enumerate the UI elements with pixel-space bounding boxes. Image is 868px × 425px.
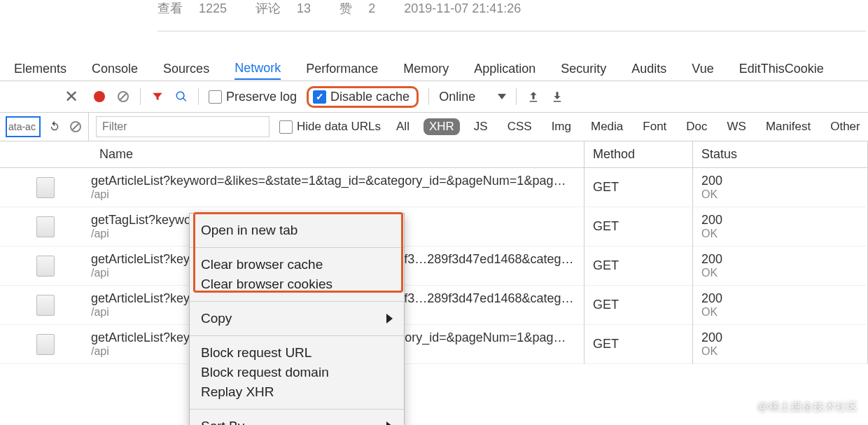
type-pill-ws[interactable]: WS (722, 118, 752, 135)
type-pill-media[interactable]: Media (585, 118, 629, 135)
row-icon-cell[interactable] (0, 168, 91, 207)
ctx-copy[interactable]: Copy (201, 309, 393, 328)
type-pill-manifest[interactable]: Manifest (760, 118, 816, 135)
chevron-down-icon (498, 94, 506, 99)
clear-icon[interactable] (116, 90, 130, 104)
separator (428, 88, 429, 105)
row-name-cell[interactable]: getArticleList?keyword=&likes=&state=1&t… (91, 168, 584, 207)
ctx-sort-by[interactable]: Sort By (201, 417, 393, 425)
requests-table: Name Method Status getArticleList?keywor… (0, 141, 868, 364)
tab-security[interactable]: Security (561, 59, 606, 79)
ctx-clear-cache[interactable]: Clear browser cache (201, 255, 393, 274)
row-method-cell[interactable]: GET (584, 246, 693, 286)
watermark: @稀土掘金技术社区 (757, 400, 858, 414)
tab-editthiscookie[interactable]: EditThisCookie (739, 59, 824, 79)
ctx-open-new-tab[interactable]: Open in new tab (201, 221, 393, 240)
chevron-right-icon (386, 314, 393, 323)
row-icon-cell[interactable] (0, 207, 91, 246)
col-header-status[interactable]: Status (693, 141, 868, 168)
throttling-select[interactable]: Online (439, 90, 506, 104)
request-path: /api (91, 188, 575, 201)
row-method-cell[interactable]: GET (584, 168, 693, 207)
tab-console[interactable]: Console (92, 59, 138, 79)
throttling-label: Online (439, 90, 475, 104)
ctx-clear-cookies[interactable]: Clear browser cookies (201, 274, 393, 294)
status-code: 200 (701, 213, 859, 228)
checkbox-checked-icon: ✓ (313, 90, 326, 104)
type-pill-xhr[interactable]: XHR (424, 118, 460, 135)
preserve-log-checkbox[interactable]: Preserve log (209, 90, 297, 104)
tab-performance[interactable]: Performance (306, 59, 378, 79)
request-name: getArticleList?keyword=&likes=&state=1&t… (91, 174, 575, 188)
divider (158, 31, 866, 32)
col-header-icon[interactable] (0, 141, 91, 168)
ctx-block-url[interactable]: Block request URL (201, 343, 393, 363)
article-meta: 查看 1225 评论 13 赞 2 2019-11-07 21:41:26 (0, 0, 868, 31)
search-icon[interactable] (174, 90, 188, 104)
type-pill-all[interactable]: All (391, 118, 415, 135)
row-method-cell[interactable]: GET (584, 207, 693, 246)
status-text: OK (701, 188, 859, 201)
row-icon-cell[interactable] (0, 246, 91, 286)
row-status-cell[interactable]: 200OK (693, 325, 868, 364)
col-header-name[interactable]: Name (91, 141, 584, 168)
reload-icon[interactable] (48, 120, 62, 134)
tab-network[interactable]: Network (234, 58, 281, 80)
ctx-replay-xhr[interactable]: Replay XHR (201, 382, 393, 402)
search-input[interactable] (6, 116, 41, 137)
document-icon (36, 216, 55, 237)
row-method-cell[interactable]: GET (584, 286, 693, 325)
filter-icon[interactable] (150, 90, 164, 104)
row-status-cell[interactable]: 200OK (693, 286, 868, 325)
row-icon-cell[interactable] (0, 325, 91, 364)
row-method-cell[interactable]: GET (584, 325, 693, 364)
type-pill-js[interactable]: JS (468, 118, 493, 135)
tab-elements[interactable]: Elements (14, 59, 66, 79)
tab-sources[interactable]: Sources (163, 59, 209, 79)
status-text: OK (701, 345, 859, 358)
devtools-tabs: ElementsConsoleSourcesNetworkPerformance… (0, 57, 868, 81)
type-pill-font[interactable]: Font (637, 118, 672, 135)
type-pill-css[interactable]: CSS (502, 118, 538, 135)
context-menu: Open in new tab Clear browser cache Clea… (189, 213, 405, 425)
document-icon (36, 177, 55, 198)
filter-bar-left (0, 113, 89, 141)
download-icon[interactable] (550, 90, 564, 104)
tab-vue[interactable]: Vue (692, 59, 713, 79)
status-code: 200 (701, 291, 859, 306)
row-status-cell[interactable]: 200OK (693, 168, 868, 207)
network-toolbar: ✕ Preserve log ✓ Disable cache Online (0, 81, 868, 113)
status-text: OK (701, 267, 859, 279)
tab-memory[interactable]: Memory (403, 59, 449, 79)
close-icon[interactable]: ✕ (64, 81, 78, 112)
filter-bar: Hide data URLs AllXHRJSCSSImgMediaFontDo… (0, 113, 868, 141)
status-code: 200 (701, 330, 859, 345)
clear-icon[interactable] (69, 120, 83, 134)
filter-input[interactable] (96, 116, 270, 137)
filter-bar-main: Hide data URLs AllXHRJSCSSImgMediaFontDo… (89, 113, 868, 141)
separator (140, 88, 141, 105)
tab-application[interactable]: Application (474, 59, 536, 79)
col-header-method[interactable]: Method (584, 141, 693, 168)
ctx-block-domain[interactable]: Block request domain (201, 363, 393, 382)
status-code: 200 (701, 252, 859, 267)
preserve-log-label: Preserve log (226, 90, 297, 104)
type-pill-doc[interactable]: Doc (680, 118, 713, 135)
row-icon-cell[interactable] (0, 286, 91, 325)
tab-audits[interactable]: Audits (631, 59, 666, 79)
upload-icon[interactable] (526, 90, 540, 104)
disable-cache-checkbox[interactable]: ✓ Disable cache (313, 90, 410, 104)
hide-data-urls-checkbox[interactable]: Hide data URLs (279, 120, 381, 134)
checkbox-icon (279, 120, 293, 134)
status-code: 200 (701, 174, 859, 188)
separator (516, 88, 517, 105)
separator (198, 88, 199, 105)
document-icon (36, 256, 55, 277)
status-text: OK (701, 228, 859, 240)
row-status-cell[interactable]: 200OK (693, 246, 868, 286)
highlight-disable-cache: ✓ Disable cache (307, 86, 419, 108)
record-icon[interactable] (92, 90, 106, 104)
type-pill-other[interactable]: Other (825, 118, 866, 135)
row-status-cell[interactable]: 200OK (693, 207, 868, 246)
type-pill-img[interactable]: Img (546, 118, 577, 135)
